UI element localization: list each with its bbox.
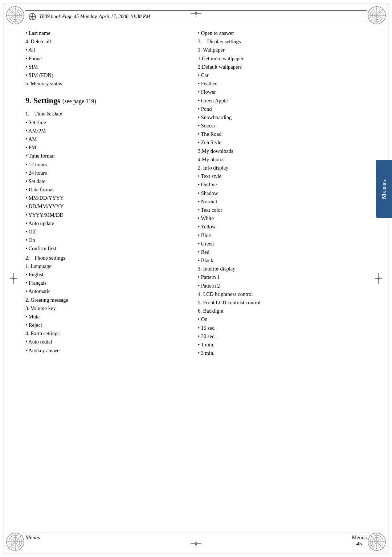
list-item: Snowboarding: [198, 113, 363, 122]
list-item: SIM: [25, 63, 191, 71]
list-item: English: [25, 271, 191, 279]
list-item: 3.My downloads: [198, 147, 363, 155]
list-item: Soccer: [198, 122, 363, 130]
list-item: Last name: [25, 29, 191, 37]
left-column: Last name 4. Delete all All Phone SIM SI…: [25, 29, 191, 528]
list-item: SIM (FDN): [25, 71, 191, 80]
list-item: 3 min.: [198, 349, 363, 357]
list-item: 3. Volume key: [25, 304, 191, 313]
list-item: Pattern 2: [198, 282, 363, 290]
header-crosshair-icon: [28, 13, 36, 21]
list-item: Blue: [198, 231, 363, 240]
list-item: Green Apple: [198, 97, 363, 105]
list-item: 2. Info display: [198, 164, 363, 172]
list-item: Black: [198, 256, 363, 265]
list-item: 1. Wallpaper: [198, 46, 363, 54]
list-item: 6. Backlight: [198, 307, 363, 315]
list-item: The Road: [198, 130, 363, 138]
list-item: DD/MM/YYYY: [25, 202, 191, 211]
list-item: PM: [25, 143, 191, 152]
right-column: Open to answer 3. Display settings 1. Wa…: [198, 29, 363, 528]
list-item: Open to answer: [198, 29, 363, 37]
list-item: Car: [198, 71, 363, 80]
header-text: T609.book Page 45 Monday, April 17, 2006…: [39, 14, 150, 20]
list-item: White: [198, 214, 363, 223]
list-item: AM/PM: [25, 127, 191, 135]
list-item: 1 min.: [198, 341, 363, 349]
corner-br-decor: [367, 532, 387, 552]
list-item: Time format: [25, 152, 191, 160]
list-item: MM/DD/YYYY: [25, 194, 191, 202]
list-item: Confirm first: [25, 244, 191, 253]
list-item: 2. Greeting message: [25, 296, 191, 304]
list-item: Yellow: [198, 223, 363, 231]
footer: Menus Menus 45: [25, 533, 367, 547]
list-item: YYYY/MM/DD: [25, 211, 191, 219]
list-item: Red: [198, 248, 363, 256]
list-item: 5. Front LCD contrast control: [198, 298, 363, 307]
list-item: Off: [25, 228, 191, 236]
list-item: Flower: [198, 88, 363, 96]
list-item: 1. Time & Date: [25, 110, 191, 118]
footer-right: Menus 45: [352, 534, 367, 547]
list-item: 5. Memory status: [25, 80, 191, 88]
settings-list: 1. Time & Date Set time AM/PM AM PM Time…: [25, 110, 191, 354]
list-item: All: [25, 46, 191, 54]
list-item: 4. Extra settings: [25, 329, 191, 338]
list-item: Shadow: [198, 189, 363, 198]
corner-bl-decor: [5, 532, 25, 552]
list-item: 2.Default wallpapers: [198, 63, 363, 71]
side-tab-label: Menus: [381, 179, 387, 199]
list-item: 2. Phone settings: [25, 254, 191, 262]
list-item: Auto update: [25, 219, 191, 228]
list-item: Normal: [198, 198, 363, 206]
right-items-list: Open to answer 3. Display settings 1. Wa…: [198, 29, 363, 357]
page-number: 45: [352, 541, 367, 547]
list-item: 24 hours: [25, 169, 191, 177]
list-item: 1.Get more wallpaper: [198, 54, 363, 63]
list-item: 4.My photos: [198, 155, 363, 164]
crosshair-right: [375, 273, 382, 284]
side-tab: Menus: [376, 160, 392, 218]
list-item: 12 hours: [25, 160, 191, 169]
list-item-on: On: [198, 315, 363, 324]
list-item: Feather: [198, 80, 363, 88]
list-item: Green: [198, 240, 363, 248]
list-item: 4. LCD brightness control: [198, 290, 363, 298]
main-content: Last name 4. Delete all All Phone SIM SI…: [25, 29, 363, 528]
list-item: 30 sec.: [198, 332, 363, 341]
crosshair-left: [10, 273, 17, 284]
list-item: Automatic: [25, 287, 191, 296]
list-item: 3. Display settings: [198, 37, 363, 46]
list-item: 1. Language: [25, 262, 191, 271]
list-item: Anykey answer: [25, 346, 191, 355]
list-item: Zen Style: [198, 138, 363, 147]
list-item: AM: [25, 135, 191, 143]
corner-tr-decor: [367, 5, 387, 25]
list-item: 4. Delete all: [25, 37, 191, 46]
list-item: Text style: [198, 172, 363, 180]
top-items-list: Last name 4. Delete all All Phone SIM SI…: [25, 29, 191, 88]
list-item: Auto redial: [25, 338, 191, 346]
list-item: Text color: [198, 206, 363, 214]
section-9-heading: 9. Settings (see page 119): [25, 94, 191, 107]
list-item: Pattern 1: [198, 273, 363, 281]
footer-right-label: Menus: [352, 534, 367, 541]
list-item: Outline: [198, 180, 363, 189]
list-item: Phone: [25, 54, 191, 63]
footer-left-label: Menus: [25, 534, 40, 541]
list-item: Set date: [25, 177, 191, 186]
list-item: Date format: [25, 186, 191, 194]
corner-tl-decor: [5, 5, 25, 25]
list-item: Français: [25, 279, 191, 287]
list-item: 15 sec.: [198, 324, 363, 332]
list-item: Reject: [25, 321, 191, 329]
list-item: 3. Interior display: [198, 265, 363, 273]
header: T609.book Page 45 Monday, April 17, 2006…: [25, 10, 367, 23]
list-item: Set time: [25, 118, 191, 127]
list-item: Pond: [198, 105, 363, 113]
list-item: Mute: [25, 313, 191, 321]
list-item: On: [25, 236, 191, 244]
